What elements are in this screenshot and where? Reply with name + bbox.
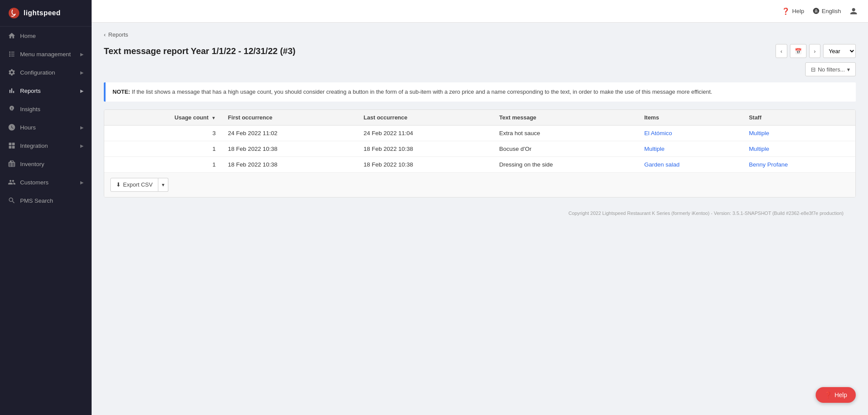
items-link[interactable]: Garden salad	[644, 161, 680, 168]
main-area: ❓ Help 🅐 English ‹ Reports Text message …	[92, 0, 868, 415]
export-row: ⬇ Export CSV ▾	[104, 172, 855, 197]
col-items: Items	[638, 110, 743, 126]
staff-link[interactable]: Multiple	[749, 130, 769, 136]
help-label: Help	[792, 8, 804, 14]
items-link[interactable]: Multiple	[644, 146, 665, 152]
cell-text-message: Dressing on the side	[493, 156, 638, 172]
cell-last-occurrence: 18 Feb 2022 10:38	[358, 156, 493, 172]
content-area: ‹ Reports Text message report Year 1/1/2…	[92, 23, 868, 415]
help-fab-icon: ❓	[824, 391, 832, 398]
col-usage-count[interactable]: Usage count ▼	[104, 110, 222, 126]
calendar-icon: 📅	[795, 48, 802, 54]
svg-point-1	[9, 51, 10, 53]
sidebar-item-customers-label: Customers	[20, 179, 48, 186]
sidebar-item-customers[interactable]: Customers ▶	[0, 173, 92, 191]
sidebar-item-reports[interactable]: Reports ▶	[0, 82, 92, 100]
svg-rect-10	[12, 146, 15, 149]
sidebar-item-integration-arrow: ▶	[80, 143, 84, 148]
cell-last-occurrence: 18 Feb 2022 10:38	[358, 141, 493, 156]
period-controls: ‹ 📅 › Year Month Week Day	[776, 44, 856, 58]
col-text-message: Text message	[493, 110, 638, 126]
staff-link[interactable]: Benny Profane	[749, 161, 788, 168]
sidebar-item-configuration-label: Configuration	[20, 69, 55, 76]
export-csv-button[interactable]: ⬇ Export CSV	[110, 178, 158, 192]
filter-button[interactable]: ⊟ No filters... ▾	[805, 62, 856, 76]
sidebar: lightspeed Home Menu management ▶ Config…	[0, 0, 92, 415]
filter-label: No filters...	[818, 66, 845, 73]
sidebar-item-hours[interactable]: Hours ▶	[0, 118, 92, 136]
cell-first-occurrence: 24 Feb 2022 11:02	[222, 125, 358, 141]
topbar: ❓ Help 🅐 English	[92, 0, 868, 23]
page-header: Text message report Year 1/1/22 - 12/31/…	[104, 44, 856, 58]
page-title: Text message report Year 1/1/22 - 12/31/…	[104, 46, 296, 56]
cell-usage-count: 3	[104, 125, 222, 141]
next-period-button[interactable]: ›	[809, 44, 820, 58]
col-first-occurrence: First occurrence	[222, 110, 358, 126]
sidebar-item-hours-arrow: ▶	[80, 125, 84, 130]
svg-rect-9	[9, 146, 11, 149]
sidebar-item-pms-search[interactable]: PMS Search	[0, 191, 92, 210]
note-prefix: NOTE:	[113, 88, 130, 95]
sidebar-item-configuration[interactable]: Configuration ▶	[0, 63, 92, 82]
sort-arrow-icon: ▼	[212, 116, 216, 120]
cell-staff[interactable]: Multiple	[743, 125, 855, 141]
sidebar-item-home[interactable]: Home	[0, 27, 92, 45]
period-select[interactable]: Year Month Week Day	[823, 44, 856, 58]
breadcrumb: ‹ Reports	[104, 31, 856, 38]
user-icon	[850, 7, 858, 15]
cell-items[interactable]: Multiple	[638, 141, 743, 156]
help-fab-button[interactable]: ❓ Help	[816, 387, 856, 403]
language-selector[interactable]: 🅐 English	[813, 7, 841, 15]
svg-rect-5	[11, 54, 15, 54]
export-caret-icon: ▾	[162, 182, 164, 188]
cell-items[interactable]: Garden salad	[638, 156, 743, 172]
svg-rect-6	[11, 56, 15, 57]
staff-link[interactable]: Multiple	[749, 146, 769, 152]
sidebar-item-menu-management[interactable]: Menu management ▶	[0, 45, 92, 63]
cell-text-message: Bocuse d'Or	[493, 141, 638, 156]
cell-usage-count: 1	[104, 156, 222, 172]
sidebar-item-customers-arrow: ▶	[80, 180, 84, 185]
help-fab-label: Help	[834, 391, 847, 398]
sidebar-item-pms-search-label: PMS Search	[20, 197, 53, 204]
table-row: 118 Feb 2022 10:3818 Feb 2022 10:38Dress…	[104, 156, 855, 172]
sidebar-item-integration[interactable]: Integration ▶	[0, 136, 92, 155]
table-row: 324 Feb 2022 11:0224 Feb 2022 11:04Extra…	[104, 125, 855, 141]
language-label: English	[822, 8, 841, 14]
sidebar-item-reports-arrow: ▶	[80, 88, 84, 93]
sidebar-item-home-label: Home	[20, 33, 36, 39]
sidebar-item-configuration-arrow: ▶	[80, 70, 84, 75]
sidebar-item-insights-label: Insights	[20, 106, 41, 112]
items-link[interactable]: El Atómico	[644, 130, 672, 136]
logo[interactable]: lightspeed	[0, 0, 92, 27]
download-icon: ⬇	[116, 181, 121, 188]
cell-staff[interactable]: Multiple	[743, 141, 855, 156]
sidebar-item-menu-management-arrow: ▶	[80, 52, 84, 57]
breadcrumb-arrow: ‹	[104, 31, 106, 38]
help-link[interactable]: ❓ Help	[782, 7, 804, 15]
svg-rect-8	[12, 143, 15, 145]
export-csv-caret-button[interactable]: ▾	[158, 178, 168, 192]
copyright-text: Copyright 2022 Lightspeed Restaurant K S…	[568, 211, 844, 216]
table-row: 118 Feb 2022 10:3818 Feb 2022 10:38Bocus…	[104, 141, 855, 156]
note-text: If the list shows a message that has a h…	[132, 88, 712, 95]
cell-text-message: Extra hot sauce	[493, 125, 638, 141]
sidebar-item-inventory[interactable]: Inventory	[0, 155, 92, 173]
breadcrumb-parent-link[interactable]: Reports	[108, 31, 128, 38]
cell-items[interactable]: El Atómico	[638, 125, 743, 141]
cell-first-occurrence: 18 Feb 2022 10:38	[222, 141, 358, 156]
svg-rect-7	[9, 143, 11, 145]
prev-period-button[interactable]: ‹	[776, 44, 787, 58]
table-header-row: Usage count ▼ First occurrence Last occu…	[104, 110, 855, 126]
sidebar-item-hours-label: Hours	[20, 124, 36, 131]
sidebar-item-insights[interactable]: Insights	[0, 100, 92, 118]
svg-point-2	[9, 54, 10, 55]
cell-staff[interactable]: Benny Profane	[743, 156, 855, 172]
language-icon: 🅐	[813, 7, 820, 15]
user-menu[interactable]	[850, 7, 858, 15]
sidebar-item-inventory-label: Inventory	[20, 161, 44, 167]
sidebar-item-reports-label: Reports	[20, 88, 41, 94]
calendar-button[interactable]: 📅	[790, 44, 806, 58]
export-csv-label: Export CSV	[123, 181, 153, 188]
note-box: NOTE: If the list shows a message that h…	[104, 82, 856, 102]
